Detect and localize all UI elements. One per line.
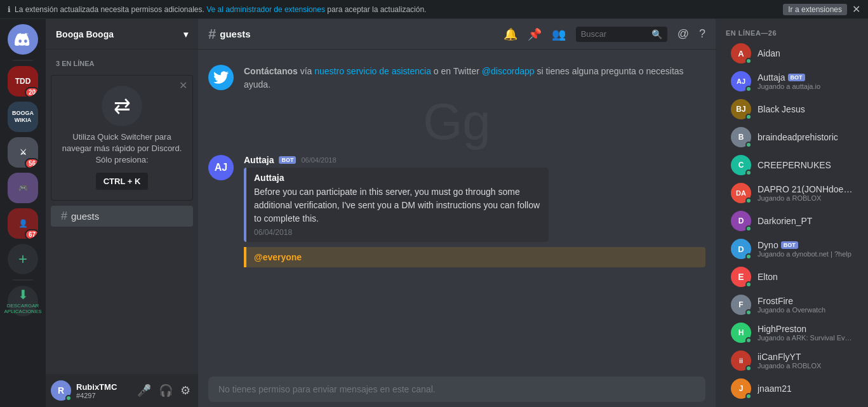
user-avatar: R: [51, 380, 71, 401]
pin-icon[interactable]: 📌: [528, 27, 542, 41]
member-name: jnaam21: [758, 384, 853, 394]
member-avatar-dyno: D: [731, 239, 751, 259]
member-avatar-braindead: B: [731, 127, 751, 147]
no-permission-bar: No tienes permiso para enviar mensajes e…: [208, 377, 705, 402]
bell-icon[interactable]: 🔔: [504, 27, 517, 41]
member-avatar-frostfire: F: [731, 295, 751, 315]
server-list: TDD 20 BOOGA WIKIA ⚔ 56 🎮 👤 67 + ⬇ DESCA…: [0, 19, 46, 407]
app-layout: TDD 20 BOOGA WIKIA ⚔ 56 🎮 👤 67 + ⬇ DESCA…: [0, 19, 868, 407]
member-item[interactable]: DA DAPRO 21(JONHdoeee... Jugando a ROBLO…: [721, 179, 863, 207]
mute-button[interactable]: 🎤: [135, 381, 154, 400]
deafen-button[interactable]: 🎧: [156, 381, 175, 400]
status-dot-online: [745, 114, 752, 120]
online-count: 3 EN LÍNEA: [46, 55, 198, 70]
member-item[interactable]: AJ Auttaja BOT Jugando a auttaja.io: [721, 67, 863, 95]
download-apps-button[interactable]: ⬇ DESCARGAR APLICACIONES: [8, 286, 38, 316]
search-icon: 🔍: [651, 29, 662, 39]
member-item[interactable]: BJ Black Jesus: [721, 95, 863, 123]
status-dot-online: [745, 142, 752, 148]
server-icon-booga[interactable]: BOOGA WIKIA: [8, 102, 38, 132]
close-quick-switcher-button[interactable]: ✕: [179, 79, 187, 91]
help-icon[interactable]: ?: [699, 27, 705, 41]
quick-switcher-shortcut: CTRL + K: [96, 173, 149, 190]
member-avatar-jnaam: J: [731, 378, 751, 399]
member-info-frostfire: FrostFire Jugando a Overwatch: [758, 296, 853, 314]
members-icon[interactable]: 👥: [552, 27, 566, 41]
member-avatar-highpreston: H: [731, 323, 751, 343]
server-tdd-label: TDD: [15, 77, 31, 86]
member-activity: Jugando a dynobot.net | ?help: [758, 250, 853, 258]
status-dot-online: [745, 337, 752, 344]
member-item[interactable]: E Elton: [721, 263, 863, 291]
member-avatar-elton: E: [731, 267, 751, 287]
server-3-label: ⚔: [20, 148, 27, 157]
bot-badge: BOT: [788, 74, 805, 81]
server-tdd-badge: 20: [25, 87, 38, 97]
member-item[interactable]: D Dyno BOT Jugando a dynobot.net | ?help: [721, 235, 863, 263]
discord-twitter-link[interactable]: @discordapp: [482, 66, 535, 76]
server-divider-2: [13, 279, 33, 281]
main-content: # guests 🔔 📌 👥 🔍 @ ?: [198, 19, 716, 407]
twitter-avatar: [208, 65, 234, 90]
member-item[interactable]: B braindeadprehistoric: [721, 123, 863, 151]
quick-switcher-text: Utiliza Quick Switcher para navegar más …: [62, 131, 182, 166]
chevron-down-icon: ▾: [184, 29, 188, 39]
status-dot-online: [745, 281, 752, 288]
message-header: Auttaja BOT 06/04/2018: [244, 155, 705, 165]
username: RubixTMC: [76, 382, 130, 392]
member-item[interactable]: H HighPreston Jugando a ARK: Survival Ev…: [721, 319, 863, 347]
status-dot-online: [745, 365, 752, 371]
member-info-elton: Elton: [758, 272, 853, 282]
support-link[interactable]: nuestro servicio de asistencia: [314, 66, 431, 76]
member-name: Black Jesus: [758, 104, 853, 114]
member-item[interactable]: A Aidan: [721, 39, 863, 67]
server-icon-3[interactable]: ⚔ 56: [8, 137, 38, 168]
status-dot-online: [745, 253, 752, 260]
channel-item-guests[interactable]: # guests: [51, 206, 193, 227]
member-avatar-blackjesus: BJ: [731, 99, 751, 119]
channel-hash-icon: #: [61, 210, 67, 223]
notification-link[interactable]: Ve al administrador de extensiones: [206, 5, 325, 14]
channel-sidebar: Booga Booga ▾ 3 EN LÍNEA ✕ ⇄ Utiliza Qui…: [46, 19, 198, 407]
search-input[interactable]: [581, 29, 648, 39]
server-icon-5[interactable]: 👤 67: [8, 208, 38, 239]
user-status-dot: [65, 395, 72, 401]
member-avatar-dapro: DA: [731, 183, 751, 203]
message-embed: Auttaja Before you can participate in th…: [244, 168, 549, 242]
go-to-extensions-button[interactable]: Ir a extensiones: [783, 4, 847, 15]
status-dot-online: [745, 58, 752, 64]
main-chat-message: AJ Auttaja BOT 06/04/2018 Auttaja Before…: [208, 152, 705, 270]
topbar-channel-name: guests: [220, 29, 250, 39]
member-item[interactable]: J jnaam21: [721, 375, 863, 403]
discord-home-button[interactable]: [8, 24, 38, 55]
member-item[interactable]: C CREEPERNUKES: [721, 151, 863, 179]
at-icon[interactable]: @: [678, 27, 689, 41]
channel-list: 3 EN LÍNEA ✕ ⇄ Utiliza Quick Switcher pa…: [46, 50, 198, 374]
member-item[interactable]: F FrostFire Jugando a Overwatch: [721, 291, 863, 319]
server-3-badge: 56: [25, 158, 38, 168]
member-info-blackjesus: Black Jesus: [758, 104, 853, 114]
status-dot-online: [745, 225, 752, 232]
mention-bar: @everyone: [244, 247, 705, 267]
member-item[interactable]: D Darkorien_PT: [721, 207, 863, 235]
add-server-button[interactable]: +: [8, 244, 38, 274]
member-name: iiCanFlyYT: [758, 352, 853, 362]
close-notification-button[interactable]: ✕: [852, 3, 860, 15]
member-name: DAPRO 21(JONHdoeee...: [758, 184, 853, 194]
embed-timestamp: 06/04/2018: [254, 228, 541, 237]
member-item[interactable]: ii iiCanFlyYT Jugando a ROBLOX: [721, 347, 863, 375]
mention-text: @everyone: [254, 252, 302, 262]
server-5-badge: 67: [25, 229, 38, 239]
member-avatar-creeper: C: [731, 155, 751, 175]
server-name-header[interactable]: Booga Booga ▾: [46, 19, 198, 50]
member-activity: Jugando a Overwatch: [758, 306, 853, 314]
user-settings-button[interactable]: ⚙: [178, 381, 193, 400]
search-bar[interactable]: 🔍: [576, 27, 667, 42]
channel-topbar: # guests 🔔 📌 👥 🔍 @ ?: [198, 19, 716, 50]
server-icon-tdd[interactable]: TDD 20: [8, 66, 38, 97]
status-dot-online: [745, 86, 752, 92]
auttaja-avatar: AJ: [208, 155, 234, 180]
topbar-actions: 🔔 📌 👥 🔍 @ ?: [504, 27, 705, 42]
member-name: Dyno BOT: [758, 240, 853, 250]
server-icon-4[interactable]: 🎮: [8, 173, 38, 203]
